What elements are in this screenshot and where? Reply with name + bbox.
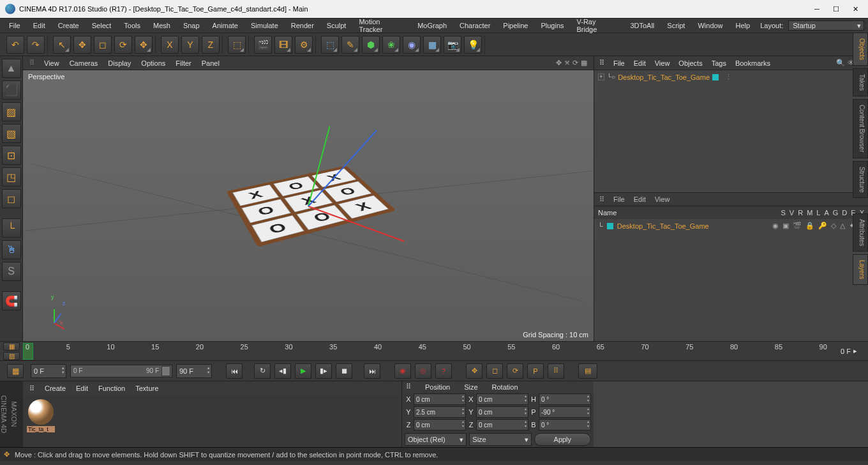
polygon-mode-button[interactable]: ◻ xyxy=(2,189,21,208)
layer-solo-icon[interactable]: ◉ xyxy=(772,222,779,230)
search-icon[interactable]: 🔍 xyxy=(836,59,845,67)
tab-attributes[interactable]: Attributes xyxy=(853,213,868,252)
coord-system-button[interactable]: ⬚ xyxy=(228,36,246,54)
deformer-button[interactable]: ◉ xyxy=(403,36,421,54)
z-axis-toggle[interactable]: Z xyxy=(202,36,220,54)
layer-menu-view[interactable]: View xyxy=(655,195,670,203)
menu-script[interactable]: Script xyxy=(662,20,690,31)
key-pos-button[interactable]: ✥ xyxy=(466,363,483,379)
vp-menu-view[interactable]: View xyxy=(44,59,59,67)
layer-manager[interactable]: └ Desktop_Tic_Tac_Toe_Game ◉ ▣ 🎬 🔒 🔑 ◇ △… xyxy=(594,219,868,341)
generator-button[interactable]: ⬢ xyxy=(362,36,380,54)
record-key-button[interactable]: ◉ xyxy=(394,363,411,379)
range-start-field[interactable]: 0 F▴▾ xyxy=(31,364,66,378)
last-tool[interactable]: ✥ xyxy=(135,36,153,54)
camera-button[interactable]: 📷 xyxy=(444,36,461,54)
primitive-button[interactable]: ⬚ xyxy=(321,36,339,54)
spline-button[interactable]: ✎ xyxy=(341,36,359,54)
expand-toggle-icon[interactable]: + xyxy=(598,73,604,80)
timeline-window-button[interactable]: ▤ xyxy=(578,363,597,379)
object-name[interactable]: Desktop_Tic_Tac_Toe_Game xyxy=(618,73,710,81)
size-z-field[interactable]: 0 cm xyxy=(476,419,528,431)
tab-structure[interactable]: Structure xyxy=(853,161,868,199)
magnet-button[interactable]: 🧲 xyxy=(2,291,21,310)
col-g[interactable]: G xyxy=(833,209,839,217)
pos-x-field[interactable]: 0 cm xyxy=(414,393,466,405)
obj-menu-file[interactable]: File xyxy=(613,59,625,67)
menu-mesh[interactable]: Mesh xyxy=(148,20,176,31)
key-param-button[interactable]: P xyxy=(527,363,544,379)
menu-motion-tracker[interactable]: Motion Tracker xyxy=(354,17,410,34)
range-end-field[interactable]: 90 F▴▾ xyxy=(176,364,212,378)
edge-mode-button[interactable]: ◳ xyxy=(2,167,21,187)
size-mode-select[interactable]: Size xyxy=(469,433,531,446)
layer-menu-edit[interactable]: Edit xyxy=(634,195,646,203)
menu-vray[interactable]: V-Ray Bridge xyxy=(572,17,623,34)
layer-view-icon[interactable]: ▣ xyxy=(782,222,789,230)
rotate-tool[interactable]: ⟳ xyxy=(114,36,132,54)
mat-menu-texture[interactable]: Texture xyxy=(135,385,158,392)
vp-nav-zoom-icon[interactable]: ⤧ xyxy=(564,59,570,67)
prev-key-button[interactable]: ◂▮ xyxy=(274,363,291,379)
make-editable-button[interactable]: ▲ xyxy=(2,59,21,78)
stop-button[interactable]: ◼ xyxy=(336,363,352,379)
light-button[interactable]: 💡 xyxy=(464,36,482,54)
layer-color-icon[interactable] xyxy=(607,223,613,229)
goto-start-button[interactable]: ⏮ xyxy=(226,363,243,379)
tree-row[interactable]: + └○ Desktop_Tic_Tac_Toe_Game ⋮ xyxy=(598,73,864,81)
menu-snap[interactable]: Snap xyxy=(178,20,205,31)
obj-menu-objects[interactable]: Objects xyxy=(678,59,702,67)
close-button[interactable]: ✕ xyxy=(851,5,859,13)
key-selection-button[interactable]: ? xyxy=(435,363,452,379)
grip-icon[interactable]: ⠿ xyxy=(29,385,34,393)
col-r[interactable]: R xyxy=(798,209,803,217)
render-picture-button[interactable]: 🎞 xyxy=(274,36,292,54)
col-a[interactable]: A xyxy=(824,209,828,217)
vp-menu-panel[interactable]: Panel xyxy=(202,59,220,67)
col-d[interactable]: D xyxy=(842,209,847,217)
col-v[interactable]: V xyxy=(789,209,794,217)
menu-render[interactable]: Render xyxy=(286,20,319,31)
goto-end-button[interactable]: ⏭ xyxy=(364,363,380,379)
texture-mode-button[interactable]: ▨ xyxy=(2,102,21,121)
material-item[interactable]: Tic_ta_t xyxy=(27,399,55,443)
pos-y-field[interactable]: 2.5 cm xyxy=(414,406,466,418)
layer-row[interactable]: └ Desktop_Tic_Tac_Toe_Game ◉ ▣ 🎬 🔒 🔑 ◇ △… xyxy=(598,222,864,230)
grip-icon[interactable]: ⠿ xyxy=(599,59,604,67)
layer-render-icon[interactable]: 🎬 xyxy=(793,222,802,230)
model-mode-button[interactable]: ⬛ xyxy=(2,80,21,100)
menu-pipeline[interactable]: Pipeline xyxy=(498,20,533,31)
render-settings-button[interactable]: ⚙ xyxy=(295,36,313,54)
x-axis-toggle[interactable]: X xyxy=(161,36,179,54)
vp-menu-cameras[interactable]: Cameras xyxy=(70,59,98,67)
col-m[interactable]: M xyxy=(807,209,812,217)
range-slider[interactable]: 0 F 90 F xyxy=(70,365,172,377)
loop-button[interactable]: ↻ xyxy=(254,363,271,379)
obj-menu-edit[interactable]: Edit xyxy=(634,59,646,67)
viewport-solo-button[interactable]: 🖱 xyxy=(2,240,21,259)
keyframe-button[interactable]: ▨ xyxy=(3,352,20,360)
minimize-button[interactable]: ─ xyxy=(813,5,821,13)
viewport-canvas[interactable]: Perspective X O X O X O O O X xyxy=(23,70,594,341)
layer-anim-icon[interactable]: 🔑 xyxy=(818,222,827,230)
visibility-dots-icon[interactable]: ⋮ xyxy=(725,73,733,81)
key-rot-button[interactable]: ⟳ xyxy=(507,363,523,379)
timeline-ruler[interactable]: 0 5 10 15 20 25 30 35 40 45 50 55 60 65 … xyxy=(23,343,830,360)
material-name[interactable]: Tic_ta_t xyxy=(27,426,55,432)
mat-menu-function[interactable]: Function xyxy=(98,385,125,392)
play-button[interactable]: ▶ xyxy=(295,363,311,379)
grip-icon[interactable]: ⠿ xyxy=(406,383,411,391)
workplane-button[interactable]: ▧ xyxy=(2,124,21,143)
autokey-button[interactable]: ▦ xyxy=(3,342,20,351)
obj-menu-bookmarks[interactable]: Bookmarks xyxy=(735,59,770,67)
vp-nav-layout-icon[interactable]: ▦ xyxy=(581,59,587,67)
next-key-button[interactable]: ▮▸ xyxy=(315,363,332,379)
menu-3dtoall[interactable]: 3DToAll xyxy=(625,20,659,31)
rot-b-field[interactable]: 0 ° xyxy=(539,419,591,431)
menu-create[interactable]: Create xyxy=(53,20,84,31)
mograph-button[interactable]: ❀ xyxy=(382,36,400,54)
tl-more-icon[interactable]: ▸ xyxy=(853,347,857,355)
snap-button[interactable]: S xyxy=(2,262,21,281)
col-s[interactable]: S xyxy=(781,209,786,217)
layer-lock-icon[interactable]: 🔒 xyxy=(805,222,814,230)
